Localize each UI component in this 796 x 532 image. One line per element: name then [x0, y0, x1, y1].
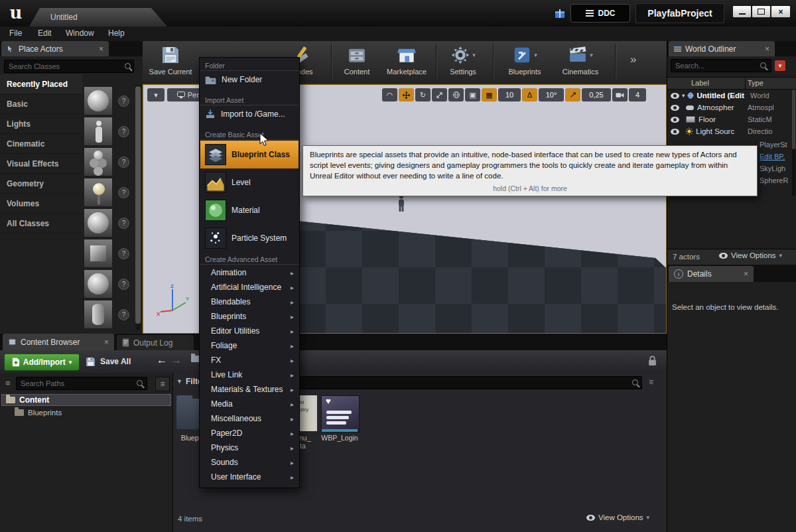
menu-item-materials-textures[interactable]: Materials & Textures▸ [200, 382, 298, 397]
tree-item-blueprints[interactable]: Blueprints [15, 409, 62, 417]
visibility-eye-icon[interactable] [671, 105, 679, 111]
help-icon[interactable]: ? [118, 96, 129, 107]
close-icon[interactable]: × [765, 44, 769, 54]
category-volumes[interactable]: Volumes [0, 194, 82, 214]
viewport-options-button[interactable]: ▾ [147, 88, 165, 101]
menu-help[interactable]: Help [108, 29, 125, 38]
menu-item-import[interactable]: Import to /Game... [200, 106, 298, 122]
outliner-column-header[interactable]: Label Type [667, 77, 796, 90]
category-visual-effects[interactable]: Visual Effects [0, 154, 82, 174]
column-label[interactable]: Label [691, 79, 709, 87]
menu-item-particle-system[interactable]: Particle System [200, 224, 298, 252]
scale-snap-value[interactable]: 0,25 [582, 88, 611, 101]
tab-output-log[interactable]: Output Log [117, 335, 194, 350]
help-icon[interactable]: ? [118, 187, 129, 198]
scrollbar-thumb[interactable] [135, 86, 141, 324]
menu-item-blendables[interactable]: Blendables▸ [200, 295, 298, 309]
outliner-row[interactable]: Floor StaticM [667, 113, 792, 125]
surface-snap-button[interactable]: ▣ [465, 88, 480, 101]
menu-item-media[interactable]: Media▸ [200, 397, 298, 411]
close-icon[interactable]: × [99, 44, 103, 54]
save-all-button[interactable]: Save All [85, 354, 131, 369]
outliner-row-fragment[interactable]: PlayerSt [760, 141, 787, 149]
menu-window[interactable]: Window [66, 29, 94, 38]
maximize-button[interactable] [752, 5, 771, 18]
lock-icon[interactable] [648, 356, 657, 366]
help-icon[interactable]: ? [118, 248, 129, 259]
tree-item-content[interactable]: Content [1, 394, 171, 406]
grid-snap-value[interactable]: 10 [498, 88, 521, 101]
view-list-icon[interactable]: ≡ [155, 377, 170, 391]
outliner-row[interactable]: ▾ Untitled (Edit World [667, 90, 792, 101]
outliner-row[interactable]: Atmospher Atmospl [667, 101, 792, 113]
visibility-eye-icon[interactable] [671, 117, 679, 123]
outliner-row-fragment[interactable]: SphereR [760, 176, 788, 184]
blueprints-button[interactable]: ▾ Blueprints [498, 42, 551, 82]
help-icon[interactable]: ? [118, 309, 129, 320]
rotation-snap-value[interactable]: 10° [539, 88, 564, 101]
category-all-classes[interactable]: All Classes [0, 214, 82, 233]
category-lights[interactable]: Lights [0, 114, 82, 134]
scale-tool-button[interactable] [432, 88, 447, 101]
move-tool-button[interactable] [399, 88, 414, 101]
menu-item-paper2d[interactable]: Paper2D▸ [200, 426, 298, 440]
marketplace-button[interactable]: Marketplace [379, 42, 434, 82]
settings-button[interactable]: ▾ Settings [440, 42, 486, 82]
menu-item-animation[interactable]: Animation▸ [200, 265, 298, 280]
cb-view-options-button[interactable]: View Options ▾ [586, 513, 649, 521]
category-geometry[interactable]: Geometry [0, 174, 82, 194]
cinematics-button[interactable]: ▾ Cinematics [553, 42, 608, 82]
camera-speed-value[interactable]: 4 [629, 88, 646, 101]
visibility-eye-icon[interactable] [671, 129, 679, 135]
category-recently-placed[interactable]: Recently Placed [0, 74, 82, 94]
camera-speed-button[interactable] [612, 88, 628, 101]
actor-thumbnail-cylinder[interactable] [84, 300, 113, 329]
menu-item-live-link[interactable]: Live Link▸ [200, 367, 298, 382]
help-icon[interactable]: ? [118, 218, 129, 229]
visibility-eye-icon[interactable] [671, 93, 679, 99]
scale-snap-toggle[interactable] [565, 88, 580, 101]
close-button[interactable]: × [771, 5, 791, 18]
actor-thumbnail-sphere2[interactable] [84, 208, 113, 237]
outliner-row-fragment[interactable]: SkyLigh [760, 165, 785, 172]
show-flags-button[interactable]: ◠ [382, 88, 397, 101]
scrollbar-track[interactable] [792, 90, 795, 196]
toolbar-overflow-button[interactable]: » [630, 53, 636, 66]
scrollbar-track[interactable] [135, 85, 141, 330]
actor-thumbnail-lamp[interactable] [84, 178, 113, 207]
help-icon[interactable]: ? [118, 279, 129, 290]
search-classes-input[interactable] [4, 60, 134, 73]
outliner-view-options-button[interactable]: View Options ▾ [719, 251, 782, 259]
back-button[interactable]: ← [157, 354, 167, 366]
menu-item-blueprint-class[interactable]: Blueprint Class [200, 141, 298, 168]
menu-file[interactable]: File [9, 29, 22, 38]
sources-toggle-icon[interactable]: ≡ [5, 378, 11, 388]
outliner-search-input[interactable] [671, 59, 771, 72]
close-icon[interactable]: × [744, 269, 748, 279]
minimize-button[interactable] [732, 5, 752, 18]
add-filter-icon[interactable]: ▼ [775, 60, 785, 71]
menu-item-foliage[interactable]: Foliage▸ [200, 338, 298, 353]
menu-item-user-interface[interactable]: User Interface▸ [200, 470, 298, 484]
menu-item-new-folder[interactable]: New Folder [200, 72, 298, 88]
tab-world-outliner[interactable]: World Outliner × [669, 41, 775, 56]
actor-thumbnail-figure[interactable] [84, 117, 113, 146]
menu-item-material[interactable]: Material [200, 196, 298, 224]
tab-place-actors[interactable]: Place Actors × [1, 41, 109, 56]
tab-content-browser[interactable]: Content Browser × [3, 334, 114, 350]
help-icon[interactable]: ? [118, 157, 129, 168]
category-cinematic[interactable]: Cinematic [0, 134, 82, 154]
actor-thumbnail-sphere[interactable] [84, 86, 113, 115]
view-settings-icon[interactable]: ≡ [649, 377, 653, 387]
marketplace-gift-icon[interactable] [555, 8, 565, 19]
category-basic[interactable]: Basic [0, 94, 82, 114]
edit-bp-link[interactable]: Edit BP, [760, 153, 785, 161]
scrollbar-thumb[interactable] [792, 90, 795, 149]
forward-button[interactable]: → [171, 354, 182, 366]
filters-funnel-icon[interactable]: ▼ [176, 378, 182, 385]
rotate-tool-button[interactable]: ↻ [415, 88, 431, 101]
ddc-button[interactable]: DDC [570, 4, 630, 23]
save-current-button[interactable]: Save Current [145, 42, 196, 82]
level-tab[interactable]: Untitled [29, 8, 167, 27]
expander-icon[interactable]: ▾ [682, 92, 685, 99]
